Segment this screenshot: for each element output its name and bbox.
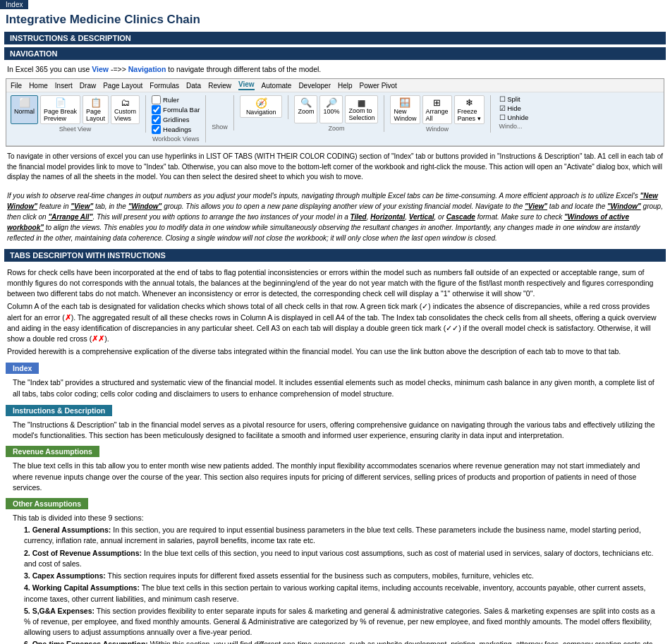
tabs-desc-body3: Provided herewith is a comprehensive exp… [7,346,663,357]
workbook-views-group: Ruler Formula Bar Gridlines Headings Wor… [152,95,206,142]
italic-note: If you wish to observe real-time changes… [7,190,663,243]
menu-formulas[interactable]: Formulas [150,82,179,90]
zoom-btn[interactable]: 🔍Zoom [294,95,317,123]
instr-section-header[interactable]: Instructions & Description [6,405,112,416]
sheet-view-group: ⬜Normal 📄Page BreakPreview 📋PageLayout 🗂… [11,95,146,133]
show-group: Show [212,95,234,130]
custom-views-btn[interactable]: 🗂CustomViews [111,95,140,124]
menu-powerpivot[interactable]: Power Pivot [360,82,397,90]
other-assumptions-list: 1. General Assumptions: In this section,… [13,525,657,644]
navigation-btn-group: 🧭Navigation [240,95,289,119]
ruler-checkbox[interactable]: Ruler [152,95,200,104]
window-label: Window [426,126,449,133]
menu-insert[interactable]: Insert [55,82,73,90]
zoom-100-btn[interactable]: 🔎100% [319,95,343,123]
zoom-selection-btn[interactable]: ⬛Zoom toSelection [345,95,378,123]
window-right-label: Windo... [499,123,523,130]
menu-data[interactable]: Data [186,82,201,90]
tabs-desc-body: Rows for check cells have been incorpora… [7,267,663,300]
split-btn[interactable]: ☐ Split [499,95,520,103]
navigation-intro-text: In Excel 365 you can use View -=>> Navig… [7,65,321,73]
nav-body-text: To navigate in other versions of excel y… [7,152,663,183]
freeze-panes-btn[interactable]: ❄FreezePanes ▾ [454,95,485,124]
page-layout-btn[interactable]: 📋PageLayout [83,95,109,124]
formulabar-checkbox[interactable]: Formula Bar [152,105,200,114]
index-tab-indicator: Index [0,0,28,9]
index-section-header[interactable]: Index [6,363,39,374]
window-group: 🪟NewWindow ⊞ArrangeAll ❄FreezePanes ▾ Wi… [390,95,490,133]
menu-developer[interactable]: Developer [298,82,331,90]
normal-view-btn[interactable]: ⬜Normal [11,95,38,124]
revenue-description: The blue text cells in this tab allow yo… [13,461,657,493]
show-label: Show [212,123,228,130]
excel-ribbon: ⬜Normal 📄Page BreakPreview 📋PageLayout 🗂… [6,92,664,146]
pagebreak-preview-btn[interactable]: 📄Page BreakPreview [40,95,80,124]
menu-automate[interactable]: Automate [262,82,292,90]
excel-menubar: File Home Insert Draw Page Layout Formul… [6,79,664,92]
headings-checkbox[interactable]: Headings [152,125,200,134]
menu-file[interactable]: File [11,82,22,90]
menu-review[interactable]: Review [208,82,231,90]
navigation-header: NAVIGATION [4,47,666,60]
revenue-section-header[interactable]: Revenue Assumptions [6,446,99,457]
menu-view[interactable]: View [238,80,255,90]
new-window-btn[interactable]: 🪟NewWindow [390,95,420,124]
arrange-all-btn[interactable]: ⊞ArrangeAll [422,95,452,124]
hide-btn[interactable]: ☑ Hide [499,104,521,112]
menu-help[interactable]: Help [338,82,353,90]
instr-description: The "Instructions & Description" tab in … [13,420,657,441]
tabs-desc-body2: Column A of the each tab is designated f… [7,301,663,344]
split-hide-group: ☐ Split ☑ Hide ☐ Unhide Windo... [497,95,529,130]
unhide-btn[interactable]: ☐ Unhide [499,114,529,121]
page-title: Integrative Medicine Clinics Chain [0,9,670,29]
instructions-header: INSTRUCTIONS & DESCRIPTION [4,32,666,44]
zoom-label: Zoom [328,125,344,132]
gridlines-checkbox[interactable]: Gridlines [152,115,200,124]
index-description: The "Index tab" provides a structured an… [13,377,657,399]
navigation-button[interactable]: 🧭Navigation [240,95,283,118]
other-assumptions-intro: This tab is divided into these 9 section… [13,513,657,523]
menu-home[interactable]: Home [29,82,48,90]
zoom-group: 🔍Zoom 🔎100% ⬛Zoom toSelection Zoom [294,95,384,132]
menu-draw[interactable]: Draw [80,82,96,90]
tabs-desc-header: TABS DESCRIPTON WITH INSTRUCTIONS [4,249,666,262]
excel-ribbon-container: File Home Insert Draw Page Layout Formul… [6,78,664,147]
workbook-views-label: Workbook Views [152,135,200,142]
menu-pagelayout[interactable]: Page Layout [103,82,142,90]
other-assumptions-header[interactable]: Other Assumptions [6,498,88,509]
sheet-view-label: Sheet View [59,126,91,133]
